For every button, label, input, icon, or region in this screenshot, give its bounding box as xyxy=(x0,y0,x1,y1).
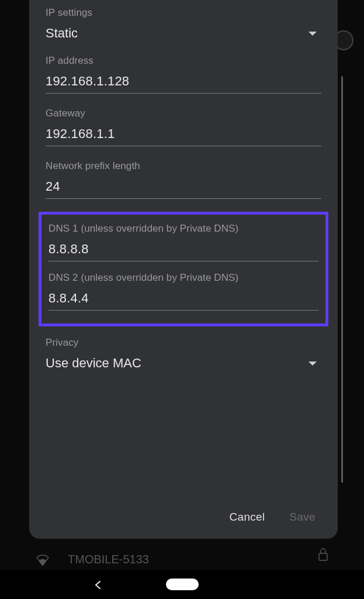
home-pill[interactable] xyxy=(166,579,199,590)
dns2-value: 8.8.4.4 xyxy=(48,291,318,306)
network-settings-dialog: IP settings Static IP address 192.168.1.… xyxy=(29,0,338,539)
dns2-field[interactable]: DNS 2 (unless overridden by Private DNS)… xyxy=(48,272,318,311)
dns1-value: 8.8.8.8 xyxy=(48,242,318,257)
dns1-field[interactable]: DNS 1 (unless overridden by Private DNS)… xyxy=(48,223,318,261)
ip-settings-label: IP settings xyxy=(46,7,321,19)
ip-address-field[interactable]: IP address 192.168.1.128 xyxy=(46,55,321,94)
dialog-actions: Cancel Save xyxy=(46,511,321,527)
background-wifi-item: TMOBILE-5133 xyxy=(35,553,149,566)
prefix-length-value: 24 xyxy=(46,179,321,194)
gateway-field[interactable]: Gateway 192.168.1.1 xyxy=(46,108,321,146)
ip-address-value: 192.168.1.128 xyxy=(46,74,321,89)
svg-rect-0 xyxy=(319,553,327,560)
wifi-icon xyxy=(35,554,50,566)
back-button[interactable] xyxy=(93,576,103,594)
save-button[interactable]: Save xyxy=(289,511,316,524)
ip-settings-field[interactable]: IP settings Static xyxy=(46,7,321,41)
privacy-field[interactable]: Privacy Use device MAC xyxy=(46,337,321,371)
cancel-button[interactable]: Cancel xyxy=(230,511,265,524)
dns-highlight-box: DNS 1 (unless overridden by Private DNS)… xyxy=(39,212,328,326)
background-wifi-label: TMOBILE-5133 xyxy=(68,553,149,566)
lock-icon xyxy=(317,548,329,564)
ip-address-label: IP address xyxy=(46,55,321,67)
ip-settings-value: Static xyxy=(46,26,78,41)
scrollbar[interactable] xyxy=(341,76,343,483)
privacy-value: Use device MAC xyxy=(46,356,141,371)
chevron-down-icon xyxy=(308,32,317,36)
gateway-label: Gateway xyxy=(46,108,321,119)
dns1-label: DNS 1 (unless overridden by Private DNS) xyxy=(48,223,318,235)
gateway-value: 192.168.1.1 xyxy=(46,126,321,142)
dns2-label: DNS 2 (unless overridden by Private DNS) xyxy=(48,272,318,284)
prefix-length-field[interactable]: Network prefix length 24 xyxy=(46,160,321,199)
privacy-label: Privacy xyxy=(46,337,321,349)
chevron-down-icon xyxy=(308,362,317,366)
android-nav-bar xyxy=(0,570,364,599)
prefix-length-label: Network prefix length xyxy=(46,160,321,172)
